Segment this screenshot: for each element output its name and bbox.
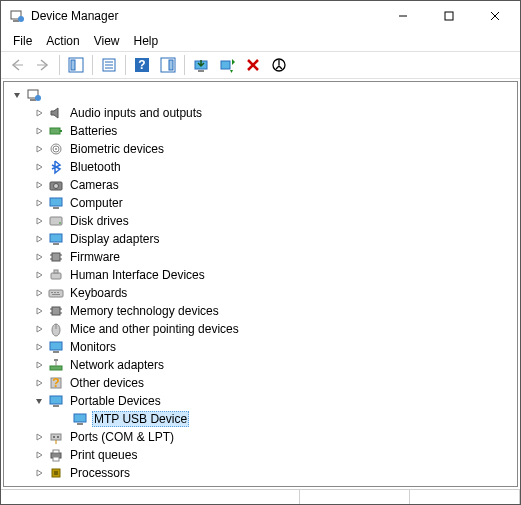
svg-rect-26 (30, 99, 36, 101)
svg-rect-49 (51, 292, 53, 293)
tree-item-label: MTP USB Device (92, 411, 189, 427)
svg-rect-68 (53, 405, 59, 407)
svg-point-2 (18, 16, 24, 22)
expand-toggle[interactable] (32, 340, 46, 354)
expand-toggle[interactable] (32, 142, 46, 156)
tree-item[interactable]: Batteries (8, 122, 517, 140)
menu-file[interactable]: File (7, 32, 38, 50)
tree-item[interactable]: ?Other devices (8, 374, 517, 392)
tree-item[interactable]: Mice and other pointing devices (8, 320, 517, 338)
tree-item-label: Display adapters (68, 232, 161, 246)
expand-toggle[interactable] (32, 322, 46, 336)
update-driver-button[interactable] (189, 53, 213, 77)
tree-item-label: Human Interface Devices (68, 268, 207, 282)
svg-rect-48 (49, 290, 63, 297)
tree-item[interactable]: Monitors (8, 338, 517, 356)
uninstall-device-button[interactable] (241, 53, 265, 77)
tree-item[interactable]: Human Interface Devices (8, 266, 517, 284)
device-tree-container: Audio inputs and outputsBatteriesBiometr… (3, 81, 518, 487)
show-hide-console-tree-button[interactable] (64, 53, 88, 77)
svg-rect-47 (54, 270, 58, 273)
camera-icon (48, 177, 64, 193)
svg-rect-52 (52, 294, 60, 295)
svg-rect-76 (53, 450, 59, 453)
tree-item[interactable]: MTP USB Device (8, 410, 517, 428)
svg-rect-77 (53, 457, 59, 461)
window-title: Device Manager (31, 9, 380, 23)
expand-toggle[interactable] (32, 358, 46, 372)
separator (184, 55, 185, 75)
expand-toggle[interactable] (32, 268, 46, 282)
tree-item[interactable]: Biometric devices (8, 140, 517, 158)
forward-button[interactable] (31, 53, 55, 77)
tree-item[interactable]: Portable Devices (8, 392, 517, 410)
expand-toggle[interactable] (32, 178, 46, 192)
tree-root[interactable] (8, 86, 517, 104)
expand-toggle[interactable] (32, 466, 46, 480)
menu-view[interactable]: View (88, 32, 126, 50)
tree-item[interactable]: Ports (COM & LPT) (8, 428, 517, 446)
tree-item[interactable]: Computer (8, 194, 517, 212)
device-tree[interactable]: Audio inputs and outputsBatteriesBiometr… (4, 82, 517, 486)
monitor-icon (48, 393, 64, 409)
back-button[interactable] (5, 53, 29, 77)
expand-toggle[interactable] (32, 232, 46, 246)
tree-item[interactable]: Print queues (8, 446, 517, 464)
disable-device-button[interactable] (267, 53, 291, 77)
expand-toggle[interactable] (32, 304, 46, 318)
tree-item-label: Mice and other pointing devices (68, 322, 241, 336)
tree-item[interactable]: Memory technology devices (8, 302, 517, 320)
tree-item[interactable]: Network adapters (8, 356, 517, 374)
status-bar (1, 489, 520, 505)
properties-button[interactable] (97, 53, 121, 77)
help-button[interactable]: ? (130, 53, 154, 77)
expand-toggle[interactable] (32, 250, 46, 264)
tree-item-label: Other devices (68, 376, 146, 390)
svg-rect-51 (57, 292, 59, 293)
expand-toggle[interactable] (32, 196, 46, 210)
chip-icon (48, 303, 64, 319)
scan-hardware-button[interactable] (215, 53, 239, 77)
separator (125, 55, 126, 75)
disk-icon (48, 213, 64, 229)
tree-item[interactable]: Bluetooth (8, 158, 517, 176)
expand-toggle[interactable] (10, 88, 24, 102)
svg-rect-4 (445, 12, 453, 20)
expand-toggle[interactable] (32, 214, 46, 228)
tree-item[interactable]: Cameras (8, 176, 517, 194)
tree-item-label: Network adapters (68, 358, 166, 372)
expand-toggle[interactable] (32, 160, 46, 174)
expand-toggle[interactable] (32, 124, 46, 138)
minimize-button[interactable] (380, 1, 426, 31)
svg-rect-67 (50, 396, 62, 404)
svg-rect-35 (50, 198, 62, 206)
close-button[interactable] (472, 1, 518, 31)
tree-item-label: Audio inputs and outputs (68, 106, 204, 120)
svg-rect-41 (52, 253, 60, 261)
expand-toggle[interactable] (32, 106, 46, 120)
tree-item[interactable]: Firmware (8, 248, 517, 266)
monitor-icon (48, 195, 64, 211)
svg-rect-64 (54, 359, 58, 361)
tree-item[interactable]: Display adapters (8, 230, 517, 248)
menu-help[interactable]: Help (128, 32, 165, 50)
expand-toggle[interactable] (32, 430, 46, 444)
expand-toggle[interactable] (32, 286, 46, 300)
menu-action[interactable]: Action (40, 32, 85, 50)
tree-item[interactable]: Disk drives (8, 212, 517, 230)
expand-toggle[interactable] (32, 394, 46, 408)
tree-item[interactable]: Keyboards (8, 284, 517, 302)
tree-item[interactable]: Audio inputs and outputs (8, 104, 517, 122)
svg-rect-69 (74, 414, 86, 422)
svg-rect-20 (198, 70, 204, 72)
maximize-button[interactable] (426, 1, 472, 31)
tree-item[interactable]: Processors (8, 464, 517, 482)
tree-item-label: Disk drives (68, 214, 131, 228)
tree-item-label: Portable Devices (68, 394, 163, 408)
expand-toggle[interactable] (32, 376, 46, 390)
svg-point-32 (55, 148, 57, 150)
svg-point-73 (57, 436, 59, 438)
expand-toggle[interactable] (32, 448, 46, 462)
svg-text:?: ? (138, 58, 145, 72)
action-pane-button[interactable] (156, 53, 180, 77)
